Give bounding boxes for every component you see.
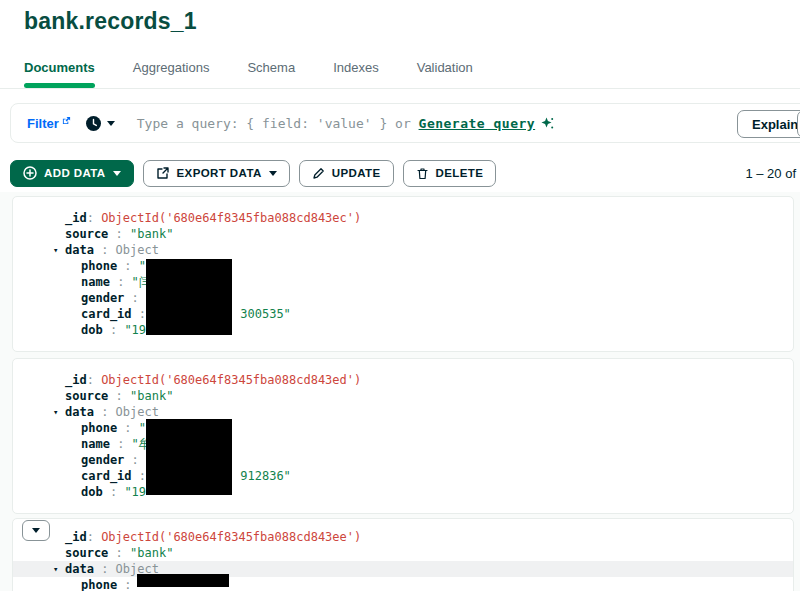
document-field-row[interactable]: source : "bank" <box>13 226 793 242</box>
export-data-label: EXPORT DATA <box>177 167 262 179</box>
add-data-button[interactable]: ADD DATA <box>10 160 134 187</box>
delete-button[interactable]: DELETE <box>403 160 497 187</box>
chevron-down-icon <box>107 121 115 126</box>
field-separator: : <box>103 484 125 500</box>
pagination-status: 1 – 20 of <box>745 166 796 181</box>
tab-documents[interactable]: Documents <box>24 60 95 88</box>
expand-caret-icon[interactable]: ▾ <box>53 242 65 258</box>
document-field-row[interactable]: dob : "19 <box>13 322 793 338</box>
document-field-row[interactable]: source : "bank" <box>13 388 793 404</box>
field-key: data <box>65 404 94 420</box>
field-separator: : <box>94 561 116 577</box>
document-field-row[interactable]: ▾data : Object <box>13 561 793 577</box>
field-key: card_id <box>81 306 132 322</box>
generate-query-link[interactable]: Generate query <box>419 116 536 131</box>
field-value: ObjectId('680e64f8345fba088cd843ec') <box>101 210 361 226</box>
document-field-row[interactable]: _id: ObjectId('680e64f8345fba088cd843ed'… <box>13 372 793 388</box>
export-icon <box>156 166 170 180</box>
field-key: card_id <box>81 468 132 484</box>
filter-link[interactable]: Filter <box>27 116 71 131</box>
field-separator: : <box>110 274 132 290</box>
field-value-tail: 912836" <box>240 468 291 484</box>
trash-icon <box>416 167 429 180</box>
tab-bar: Documents Aggregations Schema Indexes Va… <box>0 54 800 89</box>
field-key: data <box>65 561 94 577</box>
field-separator: : <box>94 242 116 258</box>
document-field-row[interactable]: phone : " <box>13 420 793 436</box>
query-bar: Filter Type a query: { field: 'value' } … <box>10 103 800 143</box>
document-field-row[interactable]: ▾data : Object <box>13 242 793 258</box>
field-separator: : <box>103 322 125 338</box>
document-field-row[interactable]: source : "bank" <box>13 545 793 561</box>
query-history-button[interactable] <box>85 115 115 132</box>
filter-label: Filter <box>27 116 59 131</box>
query-input[interactable]: Type a query: { field: 'value' } or Gene… <box>137 116 555 131</box>
tab-validation[interactable]: Validation <box>417 60 473 88</box>
export-data-button[interactable]: EXPORT DATA <box>143 160 290 187</box>
field-key: gender <box>81 452 124 468</box>
field-key: phone <box>81 420 117 436</box>
document-field-row[interactable]: _id: ObjectId('680e64f8345fba088cd843ec'… <box>13 210 793 226</box>
document-field-row[interactable]: _id: ObjectId('680e64f8345fba088cd843ee'… <box>13 529 793 545</box>
field-key: _id <box>65 210 87 226</box>
document-field-row[interactable]: card_id : 912836" <box>13 468 793 484</box>
explain-button[interactable]: Explain <box>737 110 800 138</box>
crud-toolbar: ADD DATA EXPORT DATA UPDATE DELETE 1 – 2… <box>10 159 796 187</box>
document-field-row[interactable]: gender : <box>13 290 793 306</box>
document-card: _id: ObjectId('680e64f8345fba088cd843ee'… <box>12 518 794 591</box>
field-separator: : <box>87 210 101 226</box>
field-separator: : <box>117 577 139 591</box>
chevron-down-icon <box>113 171 121 176</box>
field-key: source <box>65 388 108 404</box>
field-value: ObjectId('680e64f8345fba088cd843ee') <box>101 529 361 545</box>
expand-caret-icon[interactable]: ▾ <box>53 404 65 420</box>
document-field-row[interactable]: phone : <box>13 577 793 591</box>
field-value: "19 <box>124 322 146 338</box>
document-field-row[interactable]: gender : <box>13 452 793 468</box>
field-value: "bank" <box>130 545 173 561</box>
field-key: _id <box>65 529 87 545</box>
document-field-row[interactable]: phone : " <box>13 258 793 274</box>
chevron-down-icon <box>32 528 40 533</box>
field-key: _id <box>65 372 87 388</box>
field-separator: : <box>108 388 130 404</box>
field-key: dob <box>81 322 103 338</box>
document-field-row[interactable]: card_id : 300535" <box>13 306 793 322</box>
field-key: source <box>65 226 108 242</box>
document-field-row[interactable]: name : "牟 <box>13 436 793 452</box>
tab-indexes[interactable]: Indexes <box>333 60 379 88</box>
field-value: "bank" <box>130 388 173 404</box>
field-separator: : <box>87 529 101 545</box>
field-value: "19 <box>124 484 146 500</box>
field-key: phone <box>81 258 117 274</box>
field-value: " <box>139 258 146 274</box>
clock-icon <box>85 115 102 132</box>
expand-caret-icon[interactable]: ▾ <box>53 561 65 577</box>
document-field-row[interactable]: name : "闫 <box>13 274 793 290</box>
redaction-box <box>137 574 229 587</box>
expand-document-button[interactable] <box>22 520 50 541</box>
tab-schema[interactable]: Schema <box>247 60 295 88</box>
delete-label: DELETE <box>436 167 484 179</box>
field-key: name <box>81 436 110 452</box>
document-field-row[interactable]: ▾data : Object <box>13 404 793 420</box>
field-key: dob <box>81 484 103 500</box>
field-separator: : <box>117 258 139 274</box>
update-button[interactable]: UPDATE <box>299 160 394 187</box>
field-value: "bank" <box>130 226 173 242</box>
field-key: name <box>81 274 110 290</box>
tab-aggregations[interactable]: Aggregations <box>133 60 210 88</box>
field-separator: : <box>124 290 146 306</box>
field-separator: : <box>108 545 130 561</box>
document-card: _id: ObjectId('680e64f8345fba088cd843ec'… <box>12 196 794 352</box>
field-separator: : <box>108 226 130 242</box>
chevron-down-icon <box>269 171 277 176</box>
field-key: phone <box>81 577 117 591</box>
external-link-icon <box>62 116 71 125</box>
plus-circle-icon <box>23 166 37 180</box>
document-field-row[interactable]: dob : "19 <box>13 484 793 500</box>
compass-documents-view: bank.records_1 Documents Aggregations Sc… <box>0 0 800 591</box>
page-title: bank.records_1 <box>24 8 197 35</box>
document-list: _id: ObjectId('680e64f8345fba088cd843ec'… <box>0 192 800 591</box>
field-separator: : <box>87 372 101 388</box>
